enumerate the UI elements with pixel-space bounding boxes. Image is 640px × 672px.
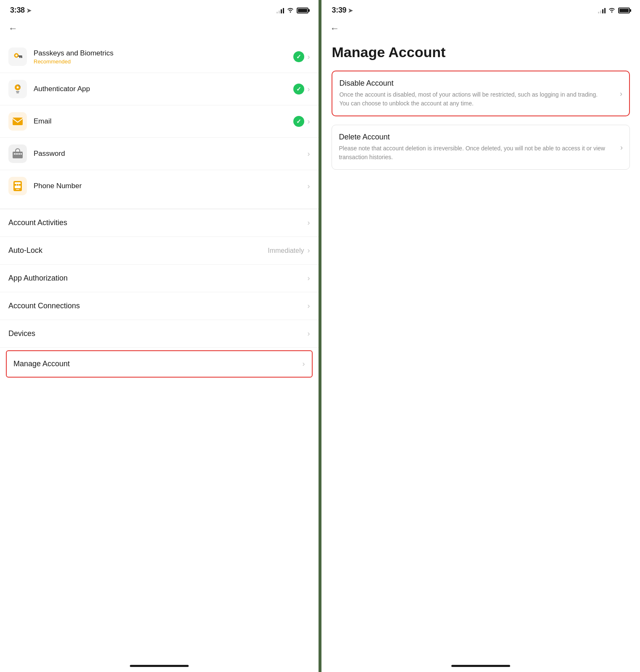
svg-rect-21 — [19, 184, 21, 186]
devices-right: › — [308, 329, 310, 338]
authenticator-check-icon: ✓ — [293, 84, 304, 94]
authenticator-title: Authenticator App — [34, 85, 293, 93]
email-check-icon: ✓ — [293, 116, 304, 127]
auto-lock-item[interactable]: Auto-Lock Immediately › — [0, 237, 319, 265]
authenticator-icon — [8, 80, 27, 98]
account-activities-right: › — [308, 218, 310, 227]
authenticator-item[interactable]: Authenticator App ✓ › — [0, 73, 319, 105]
svg-rect-3 — [21, 57, 22, 58]
svg-rect-2 — [18, 55, 22, 57]
svg-point-8 — [17, 87, 19, 89]
phone-chevron-icon: › — [308, 182, 310, 191]
devices-label: Devices — [8, 329, 35, 338]
back-button-right[interactable]: ← — [321, 18, 640, 37]
account-connections-item[interactable]: Account Connections › — [0, 292, 319, 320]
disable-account-card[interactable]: Disable Account Once the account is disa… — [332, 71, 630, 116]
svg-rect-14 — [19, 153, 20, 155]
phone-title: Phone Number — [34, 182, 308, 190]
phone-icon — [8, 177, 27, 195]
time-left: 3:38 — [10, 6, 25, 15]
authenticator-content: Authenticator App — [34, 85, 293, 93]
home-indicator-left — [130, 665, 189, 667]
account-activities-item[interactable]: Account Activities › — [0, 209, 319, 237]
passkeys-chevron-icon: › — [308, 52, 310, 61]
authenticator-right: ✓ › — [293, 84, 310, 94]
app-authorization-label: App Authorization — [8, 274, 68, 283]
disable-account-desc: Once the account is disabled, most of yo… — [339, 90, 622, 108]
back-arrow-left: ← — [8, 23, 18, 34]
delete-account-desc: Please note that account deletion is irr… — [339, 144, 623, 162]
status-bar-right: 3:39 ➤ — [321, 0, 640, 18]
delete-account-card[interactable]: Delete Account Please note that account … — [332, 125, 630, 170]
manage-account-chevron-icon: › — [303, 360, 305, 368]
page-title: Manage Account — [332, 37, 630, 71]
svg-rect-9 — [13, 118, 23, 125]
security-settings-section: Passkeys and Biometrics Recommended ✓ › — [0, 37, 319, 205]
wifi-icon-right — [608, 7, 616, 14]
password-chevron-icon: › — [308, 150, 310, 158]
email-right: ✓ › — [293, 116, 310, 127]
disable-account-title: Disable Account — [339, 79, 622, 88]
svg-rect-7 — [16, 92, 19, 93]
svg-point-1 — [16, 55, 18, 57]
password-item[interactable]: Password › — [0, 138, 319, 170]
delete-account-chevron-icon: › — [620, 143, 623, 152]
devices-item[interactable]: Devices › — [0, 320, 319, 348]
svg-rect-15 — [21, 153, 22, 155]
passkeys-icon — [8, 47, 27, 66]
devices-chevron-icon: › — [308, 329, 310, 338]
svg-rect-13 — [17, 153, 18, 155]
svg-rect-12 — [16, 153, 17, 155]
time-right: 3:39 — [332, 6, 346, 15]
passkeys-subtitle: Recommended — [34, 58, 293, 65]
signal-icon-right — [598, 8, 606, 13]
svg-rect-6 — [16, 91, 19, 92]
auto-lock-label: Auto-Lock — [8, 246, 42, 255]
app-authorization-chevron-icon: › — [308, 274, 310, 283]
signal-icon-left — [277, 8, 284, 13]
wifi-icon-left — [287, 7, 294, 14]
manage-account-label: Manage Account — [13, 360, 70, 368]
password-title: Password — [34, 150, 308, 158]
manage-account-page: Manage Account Disable Account Once the … — [321, 37, 640, 178]
email-icon — [8, 112, 27, 131]
manage-account-right: › — [303, 360, 305, 368]
panel-divider — [319, 0, 322, 672]
passkeys-right: ✓ › — [293, 51, 310, 62]
manage-account-item[interactable]: Manage Account › — [6, 350, 313, 378]
email-content: Email — [34, 117, 293, 126]
svg-rect-4 — [19, 57, 21, 58]
location-icon-right: ➤ — [348, 7, 353, 14]
auto-lock-chevron-icon: › — [308, 246, 310, 255]
disable-account-chevron-icon: › — [620, 89, 622, 98]
left-phone-panel: 3:38 ➤ ← — [0, 0, 319, 672]
svg-rect-18 — [16, 189, 19, 190]
app-authorization-item[interactable]: App Authorization › — [0, 265, 319, 292]
status-icons-left — [277, 7, 308, 14]
right-phone-panel: 3:39 ➤ ← Manage Account Disable Accou — [321, 0, 640, 672]
phone-item[interactable]: Phone Number › — [0, 170, 319, 202]
svg-rect-20 — [17, 184, 18, 186]
passkeys-item[interactable]: Passkeys and Biometrics Recommended ✓ › — [0, 41, 319, 73]
battery-icon-right — [618, 8, 630, 13]
account-connections-right: › — [308, 302, 310, 310]
passkeys-title: Passkeys and Biometrics — [34, 49, 293, 58]
email-title: Email — [34, 117, 293, 126]
delete-account-title: Delete Account — [339, 133, 623, 142]
menu-list: Account Activities › Auto-Lock Immediate… — [0, 209, 319, 380]
password-content: Password — [34, 150, 308, 158]
status-icons-right — [598, 7, 630, 14]
battery-icon-left — [297, 8, 308, 13]
passkeys-check-icon: ✓ — [293, 51, 304, 62]
back-button-left[interactable]: ← — [0, 18, 319, 37]
authenticator-chevron-icon: › — [308, 85, 310, 94]
account-activities-label: Account Activities — [8, 218, 67, 227]
email-item[interactable]: Email ✓ › — [0, 105, 319, 138]
password-right: › — [308, 150, 310, 158]
phone-right: › — [308, 182, 310, 191]
account-activities-chevron-icon: › — [308, 218, 310, 227]
svg-rect-11 — [14, 153, 15, 155]
auto-lock-value: Immediately — [268, 247, 304, 255]
email-chevron-icon: › — [308, 117, 310, 126]
account-connections-chevron-icon: › — [308, 302, 310, 310]
